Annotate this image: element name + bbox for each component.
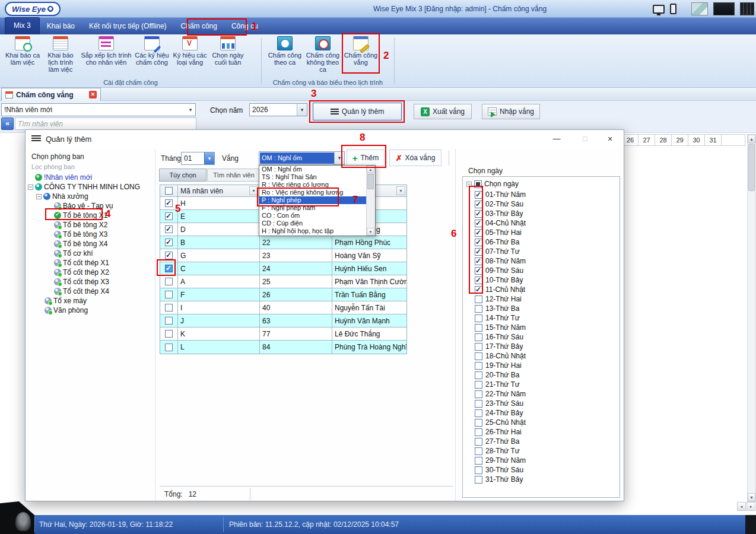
day-checkbox[interactable]: [475, 381, 482, 389]
select-all-days-checkbox[interactable]: [474, 180, 482, 188]
day-item-17-th-b-y[interactable]: 17-Thứ Bảy: [475, 342, 523, 351]
row-checkbox[interactable]: [165, 225, 173, 233]
day-checkbox[interactable]: [475, 191, 482, 199]
tab-tim-nhan-vien[interactable]: Tìm nhân viên: [207, 169, 261, 182]
scrollbar-thumb[interactable]: [748, 144, 755, 191]
row-checkbox[interactable]: [165, 265, 173, 272]
row-checkbox[interactable]: [165, 344, 173, 351]
tree-item-c-ng-ty-tnhh-minh-long[interactable]: CÔNG TY TNHH MINH LONG: [28, 182, 154, 192]
add-button[interactable]: + Thêm: [347, 150, 385, 166]
scroll-up-icon[interactable]: ▲: [367, 166, 374, 173]
day-item-31-th-b-y[interactable]: 31-Thứ Bảy: [475, 475, 523, 484]
day-checkbox[interactable]: [475, 409, 482, 417]
row-checkbox[interactable]: [165, 278, 173, 285]
employee-row-g[interactable]: G23Hoàng Văn Sỹ: [160, 249, 406, 262]
absence-option-f-ngh-ph-p-n-m[interactable]: F : Nghỉ phép năm: [259, 204, 366, 212]
day-item-04-ch-nh-t[interactable]: 04-Chủ Nhật: [475, 218, 526, 228]
day-item-18-ch-nh-t[interactable]: 18-Chủ Nhật: [475, 351, 526, 361]
day-checkbox[interactable]: [475, 333, 482, 341]
menu-item-mix-3[interactable]: Mix 3: [5, 17, 40, 34]
employee-row-f[interactable]: F26Trần Tuấn Bằng: [160, 288, 406, 301]
ribbon-button-ch-n-ng-y-cu-i-tu-n[interactable]: Chọn ngày cuối tuần: [209, 36, 247, 67]
day-item-30-th-s-u[interactable]: 30-Thứ Sáu: [475, 465, 523, 475]
tree-expander-icon[interactable]: [28, 185, 33, 190]
ribbon-button-khai-b-o-l-ch-tr-nh-l-m-vi-c[interactable]: Khai báo lịch trình làm việc: [42, 36, 80, 74]
select-all-checkbox[interactable]: [165, 187, 173, 195]
day-item-26-th-hai[interactable]: 26-Thứ Hai: [475, 427, 522, 437]
chevron-down-icon[interactable]: ▾: [204, 152, 214, 164]
tree-expander-icon[interactable]: [36, 194, 42, 199]
scroll-left-icon[interactable]: ◂: [737, 502, 746, 511]
tree-item-t-b-t-ng-x3[interactable]: Tổ bê tông X3: [28, 230, 154, 239]
employee-row-b[interactable]: B22Phạm Hồng Phúc: [160, 236, 406, 249]
day-checkbox[interactable]: [475, 466, 482, 474]
day-item-01-th-n-m[interactable]: 01-Thứ Năm: [475, 190, 526, 199]
minimize-button[interactable]: —: [547, 131, 567, 147]
tree-item-t-c-t-th-p-x4[interactable]: Tổ cốt thép X4: [28, 287, 154, 296]
tree-item-t-b-t-ng-x4[interactable]: Tổ bê tông X4: [28, 239, 154, 249]
employee-row-l[interactable]: L84Phùng Trà Hoàng Nghĩa: [160, 341, 406, 354]
day-checkbox[interactable]: [475, 276, 482, 284]
scroll-down-icon[interactable]: ▼: [748, 493, 755, 501]
day-item-29-th-n-m[interactable]: 29-Thứ Năm: [475, 456, 526, 465]
day-checkbox[interactable]: [475, 239, 482, 246]
delete-absence-button[interactable]: ✗ Xóa vắng: [389, 150, 441, 166]
day-checkbox[interactable]: [475, 362, 482, 370]
row-checkbox[interactable]: [165, 304, 173, 312]
tree-item-t-c-t-th-p-x2[interactable]: Tổ cốt thép X2: [28, 268, 154, 277]
row-checkbox[interactable]: [165, 330, 173, 338]
maximize-button[interactable]: □: [575, 131, 595, 147]
day-checkbox[interactable]: [475, 286, 482, 294]
day-item-12-th-hai[interactable]: 12-Thứ Hai: [475, 294, 522, 304]
tree-item-nh-x-ng[interactable]: Nhà xưởng: [28, 192, 154, 201]
day-item-05-th-hai[interactable]: 05-Thứ Hai: [475, 228, 522, 237]
day-checkbox[interactable]: [475, 476, 482, 484]
day-item-25-ch-nh-t[interactable]: 25-Chủ Nhật: [475, 418, 526, 427]
day-tree-root[interactable]: Chọn ngày: [466, 180, 519, 188]
day-checkbox[interactable]: [475, 267, 482, 275]
scroll-up-icon[interactable]: ▲: [748, 135, 755, 143]
day-checkbox[interactable]: [475, 220, 482, 227]
filter-dropdown-icon[interactable]: ▾: [249, 186, 258, 195]
dept-filter-label[interactable]: Lọc phòng ban: [31, 163, 75, 170]
day-checkbox[interactable]: [475, 295, 482, 303]
scroll-down-icon[interactable]: ▼: [367, 228, 374, 236]
day-checkbox[interactable]: [475, 457, 482, 465]
ribbon-button-khai-b-o-ca-l-m-vi-c[interactable]: Khai báo ca làm việc: [4, 36, 42, 67]
month-combo[interactable]: 01 ▾: [181, 152, 215, 165]
ribbon-button-ch-m-c-ng-theo-ca[interactable]: Chấm công theo ca: [266, 36, 304, 67]
day-checkbox[interactable]: [475, 305, 482, 313]
tree-item-t-c-kh[interactable]: Tổ cơ khí: [28, 249, 154, 258]
row-checkbox[interactable]: [165, 199, 173, 207]
phone-icon[interactable]: [670, 4, 676, 14]
absence-option-co-con-m[interactable]: CO : Con ốm: [259, 212, 366, 220]
day-item-07-th-t[interactable]: 07-Thứ Tư: [475, 247, 520, 256]
dark-thumbnail-icon[interactable]: [713, 2, 735, 15]
tab-close-icon[interactable]: ✕: [89, 91, 97, 98]
absence-type-combo[interactable]: OM : Nghỉ ốm ▾: [259, 151, 345, 165]
dialog-title-bar[interactable]: Quản lý thêm: [26, 130, 624, 148]
absence-option-ts-ngh-thai-s-n[interactable]: TS : Nghỉ Thai Sản: [259, 173, 366, 181]
ribbon-button-ch-m-c-ng-v-ng[interactable]: Chấm công vắng: [342, 36, 380, 67]
menu-item-ch-m-c-ng[interactable]: Chấm công: [174, 18, 224, 34]
menu-item-khai-b-o[interactable]: Khai báo: [40, 18, 82, 34]
manage-add-button[interactable]: Quản lý thêm: [313, 103, 402, 120]
absence-option-p-ngh-ph-p[interactable]: P : Nghỉ phép: [259, 196, 366, 204]
row-checkbox[interactable]: [165, 291, 173, 298]
absence-option-ro-vi-c-ri-ng-kh-ng-l-ng[interactable]: Ro : Việc riêng không lương: [259, 189, 366, 196]
day-checkbox[interactable]: [475, 229, 482, 237]
employee-row-c[interactable]: C24Huỳnh Hiếu Sen: [160, 262, 406, 275]
day-checkbox[interactable]: [475, 343, 482, 351]
day-item-06-th-ba[interactable]: 06-Thứ Ba: [475, 237, 519, 247]
year-combo[interactable]: 2026 ▾: [249, 103, 307, 116]
monitor-icon[interactable]: [653, 5, 665, 14]
tree-item-b-o-v-t-p-v[interactable]: Bảo vệ - Tạp vụ: [28, 201, 154, 211]
tree-item-t-b-t-ng-x2[interactable]: Tổ bê tông X2: [28, 220, 154, 230]
employee-group-combo[interactable]: !Nhân viên mới ▾: [1, 103, 196, 116]
chevron-down-icon[interactable]: ▾: [334, 152, 344, 164]
ribbon-button-s-p-x-p-l-ch-tr-nh-cho-nh-n-vi-n[interactable]: Sắp xếp lịch trình cho nhân viên: [80, 36, 133, 67]
day-item-20-th-ba[interactable]: 20-Thứ Ba: [475, 370, 519, 380]
day-item-23-th-s-u[interactable]: 23-Thứ Sáu: [475, 399, 523, 408]
ribbon-button-ch-m-c-ng-kh-ng-theo-ca[interactable]: Chấm công không theo ca: [304, 36, 342, 74]
day-item-19-th-hai[interactable]: 19-Thứ Hai: [475, 361, 522, 370]
